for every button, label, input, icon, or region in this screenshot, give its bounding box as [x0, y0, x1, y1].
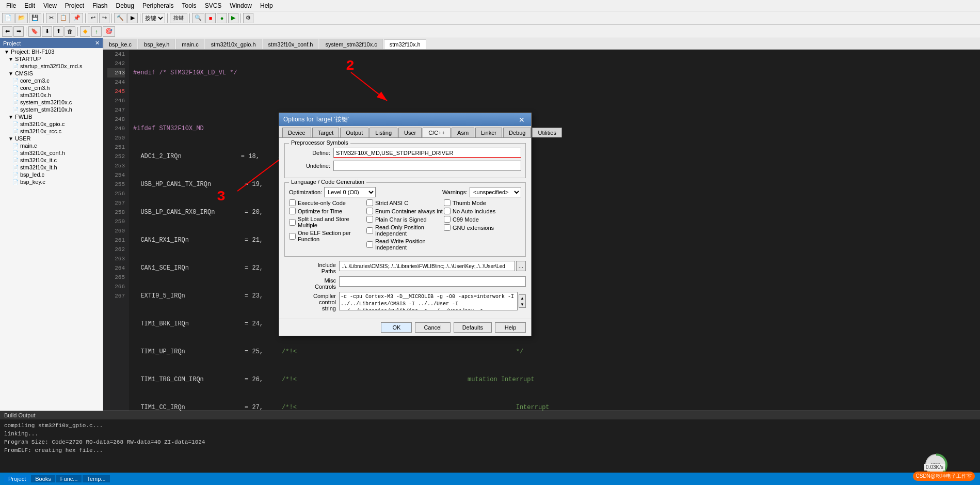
dialog-tab-utilities[interactable]: Utilities — [532, 128, 561, 137]
tree-item-system-h[interactable]: 📄 system_stm32f10x.h — [0, 106, 103, 113]
split-load-check[interactable] — [289, 219, 296, 226]
tree-item-project[interactable]: ▼ Project: BH-F103 — [0, 48, 103, 55]
build-btn[interactable]: 🔨 — [114, 13, 126, 23]
dialog-tab-debug[interactable]: Debug — [503, 128, 531, 137]
status-tab-func[interactable]: Func... — [56, 475, 82, 482]
orange-btn[interactable]: ◆ — [80, 26, 90, 37]
status-tab-project[interactable]: Project — [4, 475, 30, 482]
run-btn[interactable]: ▶ — [127, 13, 138, 23]
tree-item-user[interactable]: ▼ USER — [0, 135, 103, 142]
next-bm-btn[interactable]: ⬇ — [42, 26, 52, 37]
defaults-btn[interactable]: Defaults — [454, 322, 492, 333]
tree-item-key[interactable]: 📄 bsp_key.c — [0, 178, 103, 185]
tab-bsp-key-h[interactable]: bsp_key.h — [138, 39, 175, 49]
one-elf-check[interactable] — [289, 233, 296, 240]
redo-btn[interactable]: ↪ — [99, 13, 109, 23]
scroll-down-btn[interactable]: ▼ — [519, 301, 525, 307]
misc-controls-input[interactable] — [339, 276, 526, 287]
tab-bsp-ke-c[interactable]: bsp_ke.c — [103, 39, 137, 49]
paste-btn[interactable]: 📌 — [71, 13, 83, 23]
dialog-tab-user[interactable]: User — [398, 128, 422, 137]
read-write-check[interactable] — [366, 241, 373, 248]
optimization-select[interactable]: Level 0 (O0) — [324, 187, 376, 197]
help-btn[interactable]: Help — [495, 322, 526, 333]
status-tab-temp[interactable]: Temp... — [83, 475, 109, 482]
stop-btn[interactable]: ■ — [205, 13, 216, 23]
copy-btn[interactable]: 📋 — [57, 13, 70, 23]
tree-item-startup-file[interactable]: 📄 startup_stm32f10x_md.s — [0, 62, 103, 70]
red-target-btn[interactable]: 🎯 — [103, 26, 115, 37]
jump-fwd-btn[interactable]: ➡ — [13, 26, 24, 37]
target-options-btn[interactable]: 按键 — [170, 13, 187, 23]
menu-window[interactable]: Window — [226, 1, 256, 10]
project-panel-close[interactable]: ✕ — [95, 40, 100, 46]
execute-only-check[interactable] — [289, 199, 296, 206]
menu-flash[interactable]: Flash — [88, 1, 111, 10]
compiler-control-textarea[interactable]: -c -cpu Cortex-M3 -D__MICROLIB -g -O0 -a… — [339, 292, 518, 310]
tab-stm32h[interactable]: stm32f10x.h — [384, 39, 426, 50]
jump-back-btn[interactable]: ⬅ — [2, 26, 12, 37]
include-paths-input[interactable] — [339, 261, 515, 271]
tree-item-core-c[interactable]: 📄 core_cm3.c — [0, 77, 103, 84]
plain-char-check[interactable] — [366, 216, 373, 223]
no-auto-includes-check[interactable] — [444, 208, 451, 214]
optimize-time-check[interactable] — [289, 208, 296, 214]
search-btn[interactable]: 🔍 — [192, 13, 204, 23]
dialog-tab-listing[interactable]: Listing — [369, 128, 397, 137]
undefine-input[interactable] — [333, 161, 521, 171]
bookmark-btn[interactable]: 🔖 — [28, 26, 41, 37]
save-btn[interactable]: 💾 — [29, 13, 41, 23]
menu-peripherals[interactable]: Peripherals — [138, 1, 178, 10]
gnu-check[interactable] — [444, 224, 451, 231]
status-tab-books[interactable]: Books — [31, 475, 55, 482]
menu-view[interactable]: View — [39, 1, 61, 10]
tree-item-it-c[interactable]: 📄 stm32f10x_it.c — [0, 157, 103, 164]
define-input[interactable] — [333, 148, 521, 158]
browse-include-btn[interactable]: ... — [516, 261, 526, 271]
dialog-tab-cc[interactable]: C/C++ — [423, 128, 451, 137]
warnings-select[interactable]: <unspecified> — [470, 187, 521, 197]
dialog-tab-linker[interactable]: Linker — [475, 128, 502, 137]
dialog-tab-device[interactable]: Device — [282, 128, 311, 137]
cut-btn[interactable]: ✂ — [46, 13, 56, 23]
tree-item-conf[interactable]: 📄 stm32f10x_conf.h — [0, 149, 103, 157]
c99-check[interactable] — [444, 216, 451, 223]
menu-project[interactable]: Project — [61, 1, 88, 10]
tree-item-core-h[interactable]: 📄 core_cm3.h — [0, 84, 103, 91]
clear-bm-btn[interactable]: 🗑 — [65, 26, 75, 37]
open-btn[interactable]: 📂 — [15, 13, 28, 23]
target-select[interactable]: 按键 — [142, 13, 165, 23]
tree-item-fwlib[interactable]: ▼ FWLIB — [0, 113, 103, 120]
tree-item-it-h[interactable]: 📄 stm32f10x_it.h — [0, 164, 103, 171]
dialog-tab-asm[interactable]: Asm — [452, 128, 474, 137]
tree-item-stm32h[interactable]: 📄 stm32f10x.h — [0, 91, 103, 99]
new-btn[interactable]: 📄 — [2, 13, 14, 23]
scroll-up-btn[interactable]: ▲ — [519, 295, 525, 301]
dialog-tab-target[interactable]: Target — [312, 128, 340, 137]
code-content[interactable]: 241 242 243 244 245 246 247 248 249 250 … — [103, 50, 980, 411]
tab-conf-h[interactable]: stm32f10x_conf.h — [263, 39, 319, 49]
tree-item-main[interactable]: 📄 main.c — [0, 142, 103, 149]
menu-debug[interactable]: Debug — [112, 1, 138, 10]
tab-gpio-h[interactable]: stm32f10x_gpio.h — [205, 39, 262, 49]
dialog-close-btn[interactable]: ✕ — [517, 116, 527, 124]
tree-item-rcc[interactable]: 📄 stm32f10x_rcc.c — [0, 128, 103, 135]
strict-ansi-check[interactable] — [366, 199, 373, 206]
tab-main-c[interactable]: main.c — [176, 39, 204, 49]
prev-bm-btn[interactable]: ⬆ — [53, 26, 63, 37]
tree-item-startup[interactable]: ▼ STARTUP — [0, 55, 103, 62]
green-btn1[interactable]: ● — [217, 13, 227, 23]
enum-container-check[interactable] — [366, 208, 373, 214]
menu-edit[interactable]: Edit — [20, 1, 39, 10]
scrollbar[interactable]: ▲ ▼ — [519, 294, 526, 308]
menu-file[interactable]: File — [2, 1, 20, 10]
settings-btn[interactable]: ⚙ — [243, 13, 253, 23]
menu-help[interactable]: Help — [256, 1, 277, 10]
menu-svcs[interactable]: SVCS — [201, 1, 226, 10]
tree-item-gpio[interactable]: 📄 stm32f10x_gpio.c — [0, 120, 103, 128]
tab-system-c[interactable]: system_stm32f10x.c — [319, 39, 382, 49]
thumb-mode-check[interactable] — [444, 199, 451, 206]
undo-btn[interactable]: ↩ — [88, 13, 98, 23]
green-arrow-btn[interactable]: ↑ — [91, 26, 102, 37]
green-btn2[interactable]: ▶ — [228, 13, 238, 23]
